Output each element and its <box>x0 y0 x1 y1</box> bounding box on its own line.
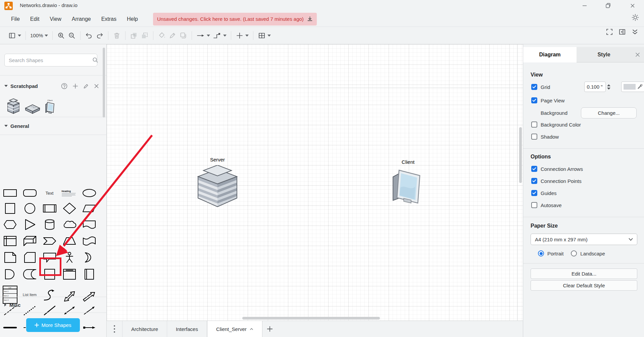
shape-card[interactable] <box>20 250 40 265</box>
menu-arrange[interactable]: Arrange <box>72 16 91 22</box>
collapse-all-button[interactable] <box>631 28 639 36</box>
shape-internal-storage[interactable] <box>0 233 20 249</box>
maximize-button[interactable] <box>603 1 613 10</box>
shape-and[interactable] <box>0 267 20 282</box>
close-panel-button[interactable] <box>631 47 644 62</box>
canvas-horizontal-scrollbar-thumb[interactable] <box>242 317 380 320</box>
shape-diamond[interactable] <box>59 201 79 216</box>
shape-parallelogram[interactable] <box>79 201 99 216</box>
sidebar-scrollbar-thumb[interactable] <box>103 48 105 117</box>
server-node[interactable] <box>194 165 241 210</box>
fullscreen-button[interactable] <box>606 28 613 36</box>
shadow-checkbox[interactable] <box>531 134 537 140</box>
autosave-checkbox[interactable] <box>531 202 537 208</box>
shape-heading[interactable]: Heading <box>59 185 79 201</box>
shape-cube[interactable] <box>20 233 40 249</box>
edit-pencil-icon[interactable] <box>83 83 89 89</box>
help-icon[interactable] <box>61 83 67 89</box>
shape-note[interactable] <box>0 250 20 265</box>
paper-size-select[interactable]: A4 (210 mm x 297 mm) <box>531 234 637 245</box>
toggle-panels-button[interactable] <box>7 30 22 42</box>
page-view-checkbox[interactable] <box>531 97 537 103</box>
shape-data-storage[interactable] <box>20 267 40 282</box>
insert-dropdown[interactable] <box>234 30 250 42</box>
to-front-button <box>129 30 139 42</box>
canvas-vertical-scrollbar-thumb[interactable] <box>519 127 522 183</box>
connection-arrows-checkbox[interactable] <box>531 166 537 172</box>
zoom-in-button[interactable] <box>56 30 66 42</box>
grid-size-stepper[interactable] <box>606 82 611 92</box>
connection-style-dropdown[interactable] <box>195 30 211 42</box>
shape-cloud[interactable] <box>59 217 79 232</box>
shape-square[interactable] <box>0 201 20 216</box>
tab-style[interactable]: Style <box>577 47 631 62</box>
search-shapes-input[interactable] <box>4 54 97 66</box>
shape-process[interactable] <box>40 201 59 216</box>
redo-button[interactable] <box>94 30 105 42</box>
pages-menu-button[interactable] <box>107 321 122 337</box>
grid-label: Grid <box>541 84 550 90</box>
edit-data-button[interactable]: Edit Data... <box>531 269 637 279</box>
undo-button[interactable] <box>84 30 94 42</box>
diagram-canvas[interactable]: Server Client <box>107 44 523 321</box>
grid-color-button[interactable] <box>621 82 644 92</box>
scratchpad-server-thumb[interactable] <box>7 98 20 114</box>
shape-trapezoid[interactable] <box>59 233 79 249</box>
close-button[interactable] <box>628 1 638 10</box>
shape-edge-with-source[interactable] <box>79 324 99 331</box>
shape-hexagon[interactable] <box>0 217 20 232</box>
menu-extras[interactable]: Extras <box>101 16 116 22</box>
theme-toggle-button[interactable] <box>631 13 639 21</box>
unsaved-changes-banner[interactable]: Unsaved changes. Click here to save. (La… <box>153 13 317 26</box>
shape-link[interactable] <box>0 324 20 331</box>
shape-cylinder[interactable] <box>40 217 59 232</box>
page-tab-interfaces[interactable]: Interfaces <box>167 321 207 337</box>
scratchpad-header[interactable]: Scratchpad <box>0 76 106 96</box>
misc-section-header[interactable]: Misc <box>0 297 106 313</box>
add-icon[interactable] <box>72 83 78 89</box>
grid-size-input[interactable] <box>584 82 606 92</box>
shape-ellipse[interactable] <box>79 185 99 201</box>
minimize-button[interactable] <box>580 1 590 10</box>
client-node[interactable] <box>390 167 425 204</box>
scratchpad-slab-thumb[interactable] <box>25 104 40 114</box>
shape-vertical-container[interactable] <box>79 267 99 282</box>
menu-file[interactable]: File <box>11 16 20 22</box>
zoom-level-dropdown[interactable]: 100% <box>29 30 49 42</box>
shape-tape[interactable] <box>79 233 99 249</box>
portrait-radio[interactable] <box>538 250 544 256</box>
shape-triangle[interactable] <box>20 217 40 232</box>
grid-checkbox[interactable] <box>531 84 537 90</box>
shape-rounded-rectangle[interactable] <box>20 185 40 201</box>
scratchpad-client-thumb[interactable]: Client <box>45 99 55 114</box>
menu-edit[interactable]: Edit <box>30 16 40 22</box>
page-tab-client-server[interactable]: Client_Server <box>207 321 262 337</box>
menu-view[interactable]: View <box>50 16 61 22</box>
change-background-button[interactable]: Change... <box>581 107 637 118</box>
clear-default-style-button[interactable]: Clear Default Style <box>531 280 637 291</box>
connection-points-checkbox[interactable] <box>531 178 537 184</box>
guides-checkbox[interactable] <box>531 190 537 196</box>
general-section-header[interactable]: General <box>0 117 106 135</box>
close-icon[interactable] <box>94 84 99 89</box>
shape-step[interactable] <box>40 233 59 249</box>
document-icon <box>82 219 97 231</box>
shape-document[interactable] <box>79 217 99 232</box>
shape-actor[interactable] <box>59 250 79 265</box>
tab-diagram[interactable]: Diagram <box>523 47 577 62</box>
more-shapes-button[interactable]: More Shapes <box>26 318 80 332</box>
shape-rectangle[interactable] <box>0 185 20 201</box>
shape-circle[interactable] <box>20 201 40 216</box>
shape-or[interactable] <box>79 250 99 265</box>
page-tab-architecture[interactable]: Architecture <box>122 321 167 337</box>
background-color-checkbox[interactable] <box>531 122 537 128</box>
menu-help[interactable]: Help <box>127 16 138 22</box>
waypoint-style-dropdown[interactable] <box>211 30 228 42</box>
shape-titled-container[interactable] <box>59 267 79 282</box>
shape-text[interactable]: Text <box>40 185 59 201</box>
add-page-button[interactable] <box>262 321 277 337</box>
landscape-radio[interactable] <box>571 250 577 256</box>
zoom-out-button[interactable] <box>66 30 77 42</box>
table-dropdown[interactable] <box>256 30 272 42</box>
format-panel-toggle-button[interactable] <box>618 28 626 36</box>
